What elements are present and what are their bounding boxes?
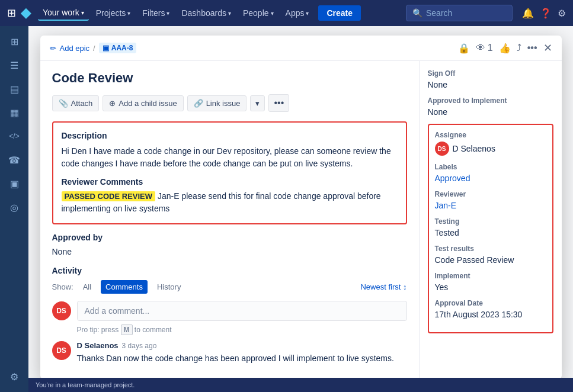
description-text: Hi Den I have made a code change in our … — [62, 145, 398, 170]
more-options-icon[interactable]: ••• — [527, 43, 537, 53]
sidebar-item-phone[interactable]: ☎ — [4, 149, 25, 171]
pro-tip-key: M — [121, 324, 133, 335]
issue-toolbar: 📎 Attach ⊕ Add a child issue 🔗 Link issu… — [52, 94, 407, 112]
sign-off-value: None — [428, 80, 553, 89]
toolbar-more-button[interactable]: ••• — [268, 94, 289, 112]
reviewer-comments-title: Reviewer Comments — [62, 177, 398, 187]
approved-implement-value: None — [428, 107, 553, 117]
approved-by-section: Approved by None — [52, 233, 407, 256]
description-section: Description Hi Den I have made a code ch… — [52, 121, 407, 224]
modal-body: Code Review 📎 Attach ⊕ Add a child issue… — [40, 61, 562, 379]
issue-chip[interactable]: ▣ AAA-8 — [99, 43, 137, 53]
comment-input-area: DS Add a comment... — [52, 301, 407, 321]
activity-title: Activity — [52, 266, 407, 275]
comment-item: DS D Selaenos 3 days ago Thanks Dan now … — [52, 341, 407, 365]
notifications-icon[interactable]: 🔔 — [522, 8, 534, 19]
field-approved-implement: Approved to Implement None — [428, 97, 553, 117]
settings-icon[interactable]: ⚙ — [558, 8, 566, 19]
approved-by-value: None — [52, 247, 407, 256]
comment-author-avatar: DS — [52, 341, 71, 360]
sign-off-label: Sign Off — [428, 69, 553, 78]
tab-all[interactable]: All — [78, 280, 96, 294]
link-issue-button[interactable]: 🔗 Link issue — [187, 95, 247, 111]
nav-people[interactable]: People ▾ — [238, 6, 279, 20]
field-labels: Labels Approved — [435, 163, 546, 183]
breadcrumb: ✏ Add epic / ▣ AAA-8 — [50, 43, 453, 53]
nav-dashboards-label: Dashboards — [181, 8, 226, 18]
create-button[interactable]: Create — [318, 5, 361, 21]
field-assignee: Assignee DS D Selaenos — [435, 131, 546, 156]
left-sidebar: ⊞ ☰ ▤ ▦ </> ☎ ▣ ◎ ⚙ — [0, 26, 28, 392]
watchers-badge[interactable]: 👁 1 — [476, 43, 493, 53]
chevron-down-icon: ▾ — [271, 10, 274, 17]
bottom-bar-text: You're in a team-managed project. — [36, 381, 135, 388]
nav-filters[interactable]: Filters ▾ — [137, 6, 174, 20]
assignee-avatar: DS — [435, 142, 449, 156]
eye-icon: 👁 — [476, 43, 485, 53]
approved-by-label: Approved by — [52, 233, 407, 242]
sidebar-item-board[interactable]: ▣ — [4, 173, 25, 194]
newest-first-button[interactable]: Newest first ↕ — [360, 282, 406, 291]
share-icon[interactable]: ⤴ — [517, 43, 521, 53]
sidebar-item-settings[interactable]: ⚙ — [4, 366, 25, 387]
link-label: Link issue — [206, 99, 241, 108]
chevron-down-icon: ▾ — [81, 9, 84, 16]
nav-apps[interactable]: Apps ▾ — [281, 6, 314, 20]
nav-projects[interactable]: Projects ▾ — [91, 6, 136, 20]
labels-value[interactable]: Approved — [435, 173, 546, 183]
add-child-issue-button[interactable]: ⊕ Add a child issue — [103, 95, 183, 111]
test-results-value: Code Passed Review — [435, 255, 546, 265]
reviewer-label: Reviewer — [435, 190, 546, 198]
sidebar-item-grid[interactable]: ▦ — [4, 102, 25, 123]
attach-button[interactable]: 📎 Attach — [52, 95, 100, 111]
search-placeholder: Search — [426, 8, 452, 18]
chevron-down-icon: ▾ — [306, 10, 309, 17]
field-approval-date: Approval Date 17th August 2023 15:30 — [435, 299, 546, 319]
reviewer-value[interactable]: Jan-E — [435, 201, 546, 210]
modal-header-actions: 🔒 👁 1 👍 ⤴ ••• ✕ — [458, 41, 552, 54]
reviewer-comment-text: PASSED CODE REVIEW Jan-E please send thi… — [62, 190, 398, 215]
nav-your-work[interactable]: Your work ▾ — [38, 5, 89, 21]
tab-history[interactable]: History — [152, 280, 185, 294]
issue-id: AAA-8 — [111, 44, 133, 52]
field-testing: Testing Tested — [435, 217, 546, 237]
nav-dashboards[interactable]: Dashboards ▾ — [177, 6, 236, 20]
thumbs-up-icon[interactable]: 👍 — [499, 43, 511, 54]
pencil-icon: ✏ — [50, 44, 56, 53]
passed-review-badge: PASSED CODE REVIEW — [62, 191, 156, 201]
paperclip-icon: 📎 — [59, 99, 68, 108]
modal-header: ✏ Add epic / ▣ AAA-8 🔒 👁 1 👍 ⤴ ••• ✕ — [40, 36, 562, 61]
top-nav: ⊞ ◆ Your work ▾ Projects ▾ Filters ▾ Das… — [0, 0, 573, 26]
comment-input[interactable]: Add a comment... — [77, 301, 407, 321]
sidebar-item-home[interactable]: ⊞ — [4, 31, 25, 52]
sidebar-item-list[interactable]: ▤ — [4, 78, 25, 99]
right-panel: Sign Off None Approved to Implement None… — [420, 61, 562, 379]
pro-tip-suffix: to comment — [133, 326, 172, 334]
field-test-results: Test results Code Passed Review — [435, 245, 546, 265]
sidebar-item-rocket[interactable]: ◎ — [4, 197, 25, 218]
nav-apps-label: Apps — [286, 8, 305, 18]
lock-icon[interactable]: 🔒 — [458, 43, 470, 54]
assignee-row: DS D Selaenos — [435, 142, 546, 156]
assignee-label: Assignee — [435, 131, 546, 139]
comment-content: D Selaenos 3 days ago Thanks Dan now the… — [77, 341, 407, 365]
comment-time: 3 days ago — [122, 342, 157, 350]
search-icon: 🔍 — [412, 8, 422, 18]
tab-comments[interactable]: Comments — [101, 280, 148, 294]
add-epic-link[interactable]: Add epic — [60, 44, 90, 53]
sidebar-item-code[interactable]: </> — [4, 126, 25, 147]
comment-meta: D Selaenos 3 days ago — [77, 341, 407, 350]
link-icon: 🔗 — [194, 99, 203, 108]
sidebar-item-layers[interactable]: ☰ — [4, 54, 25, 76]
breadcrumb-separator: / — [93, 44, 95, 53]
assignee-value[interactable]: D Selaenos — [453, 144, 495, 153]
help-icon[interactable]: ❓ — [540, 8, 552, 19]
bottom-bar: You're in a team-managed project. — [28, 378, 573, 392]
close-icon[interactable]: ✕ — [543, 41, 552, 54]
toolbar-dropdown-button[interactable]: ▾ — [250, 95, 265, 111]
labels-label: Labels — [435, 163, 546, 171]
comment-author: D Selaenos — [77, 341, 119, 350]
implement-label: Implement — [435, 272, 546, 280]
grid-icon[interactable]: ⊞ — [7, 7, 16, 20]
search-bar[interactable]: 🔍 Search — [406, 5, 513, 21]
